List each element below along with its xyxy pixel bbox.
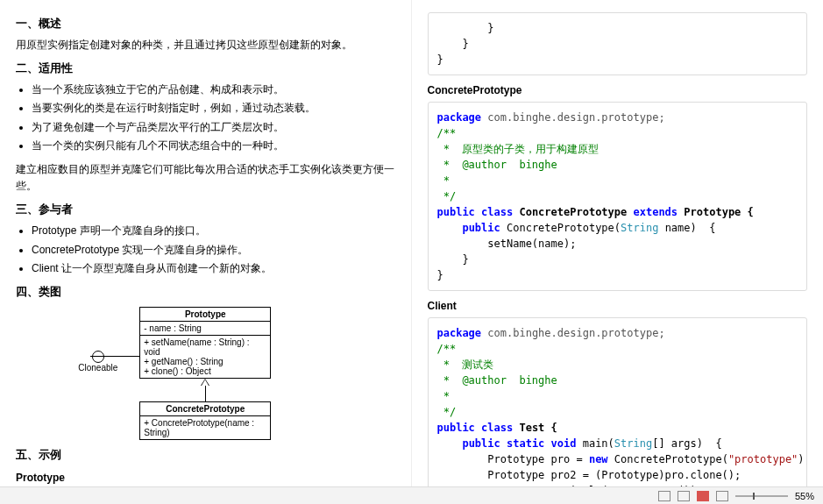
section-participants-heading: 三、参与者 xyxy=(16,202,395,217)
list-item: 当要实例化的类是在运行时刻指定时，例如，通过动态装载。 xyxy=(32,100,395,117)
applicability-list: 当一个系统应该独立于它的产品创建、构成和表示时。 当要实例化的类是在运行时刻指定… xyxy=(32,82,395,154)
code-concreteprototype: package com.binghe.design.prototype; /**… xyxy=(428,102,808,291)
concreteprototype-heading: ConcretePrototype xyxy=(428,84,808,96)
code-client: package com.binghe.design.prototype; /**… xyxy=(428,317,808,504)
list-item: 当一个类的实例只能有几个不同状态组合中的一种时。 xyxy=(32,138,395,154)
zoom-slider[interactable] xyxy=(735,495,788,497)
list-item: 为了避免创建一个与产品类层次平行的工厂类层次时。 xyxy=(32,119,395,136)
code-tail: } } } xyxy=(428,12,808,75)
view-mode-icon[interactable] xyxy=(678,491,690,501)
list-item: ConcretePrototype 实现一个克隆自身的操作。 xyxy=(32,242,395,259)
participants-list: Prototype 声明一个克隆自身的接口。 ConcretePrototype… xyxy=(32,223,395,277)
uml-concreteprototype-box: ConcretePrototype + ConcretePrototype(na… xyxy=(139,401,271,440)
view-mode-icon[interactable] xyxy=(697,491,709,501)
section-classdiagram-heading: 四、类图 xyxy=(16,284,395,300)
uml-cloneable: Cloneable xyxy=(78,351,117,373)
example-prototype-heading: Prototype xyxy=(16,472,395,484)
left-column: 一、概述 用原型实例指定创建对象的种类，并且通过拷贝这些原型创建新的对象。 二、… xyxy=(0,0,412,504)
client-heading: Client xyxy=(428,300,808,312)
status-bar: 55% xyxy=(0,486,823,504)
right-column: } } } ConcretePrototype package com.bing… xyxy=(412,0,824,504)
section-example-heading: 五、示例 xyxy=(16,447,395,463)
section-applicability-heading: 二、适用性 xyxy=(16,60,395,76)
overview-text: 用原型实例指定创建对象的种类，并且通过拷贝这些原型创建新的对象。 xyxy=(16,37,395,53)
view-mode-icon[interactable] xyxy=(716,491,728,501)
zoom-percent: 55% xyxy=(795,491,814,501)
list-item: 当一个系统应该独立于它的产品创建、构成和表示时。 xyxy=(32,82,395,98)
uml-prototype-box: Prototype - name : String + setName(name… xyxy=(139,307,271,379)
list-item: Prototype 声明一个克隆自身的接口。 xyxy=(32,223,395,239)
list-item: Client 让一个原型克隆自身从而创建一个新的对象。 xyxy=(32,260,395,277)
section-overview-heading: 一、概述 xyxy=(16,16,395,32)
uml-diagram: Cloneable Prototype - name : String + se… xyxy=(16,307,395,440)
view-mode-icon[interactable] xyxy=(658,491,670,501)
applicability-note: 建立相应数目的原型并克隆它们可能比每次用合适的状态手工实例化该类更方便一些。 xyxy=(16,161,395,195)
